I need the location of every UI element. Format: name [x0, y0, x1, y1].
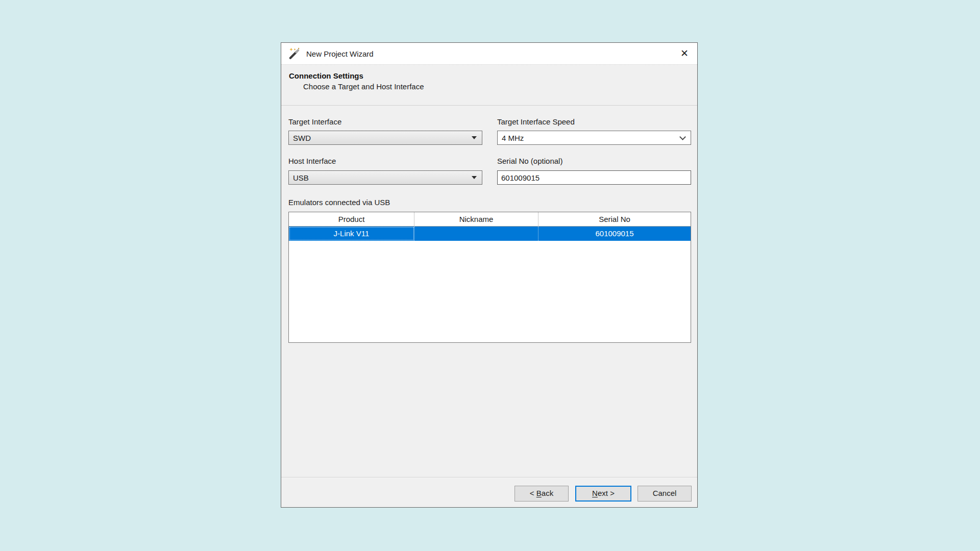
column-header-serial-no[interactable]: Serial No [538, 212, 691, 226]
close-icon[interactable]: ✕ [676, 45, 693, 62]
host-interface-label: Host Interface [288, 156, 336, 166]
host-interface-dropdown[interactable]: USB [288, 170, 482, 185]
dialog-title: New Project Wizard [306, 49, 374, 58]
wizard-step-header: Connection Settings Choose a Target and … [281, 65, 697, 106]
target-interface-speed-value: 4 MHz [502, 134, 524, 142]
dialog-titlebar[interactable]: New Project Wizard ✕ [281, 43, 697, 65]
target-interface-speed-dropdown[interactable]: 4 MHz [497, 131, 691, 145]
target-interface-speed-label: Target Interface Speed [497, 117, 575, 127]
new-project-wizard-dialog: New Project Wizard ✕ Connection Settings… [281, 42, 698, 508]
desktop-background: New Project Wizard ✕ Connection Settings… [0, 0, 980, 551]
footer-separator [281, 477, 697, 478]
host-interface-value: USB [293, 173, 309, 182]
target-interface-dropdown[interactable]: SWD [288, 131, 482, 145]
chevron-down-icon [679, 134, 686, 140]
dropdown-arrow-icon [472, 136, 477, 139]
cell-product[interactable]: J-Link V11 [289, 227, 414, 241]
cell-serial-no[interactable]: 601009015 [538, 227, 691, 241]
serial-no-input[interactable] [497, 170, 691, 185]
next-button[interactable]: Next > [575, 486, 631, 502]
target-interface-value: SWD [293, 134, 311, 142]
cancel-button[interactable]: Cancel [638, 486, 692, 502]
target-interface-label: Target Interface [288, 117, 341, 127]
cell-nickname[interactable] [414, 227, 538, 241]
emulators-table-header: Product Nickname Serial No [289, 212, 691, 227]
emulators-table: Product Nickname Serial No J-Link V11 60… [288, 212, 691, 343]
step-subtitle: Choose a Target and Host Interface [303, 82, 690, 91]
dropdown-arrow-icon [472, 176, 477, 179]
column-header-product[interactable]: Product [289, 212, 414, 226]
magic-wand-icon [288, 47, 301, 60]
emulators-list-label: Emulators connected via USB [288, 197, 390, 207]
serial-no-label: Serial No (optional) [497, 156, 562, 166]
back-button[interactable]: < Back [514, 486, 569, 502]
step-title: Connection Settings [289, 71, 690, 80]
column-header-nickname[interactable]: Nickname [414, 212, 538, 226]
table-row[interactable]: J-Link V11 601009015 [289, 227, 691, 241]
